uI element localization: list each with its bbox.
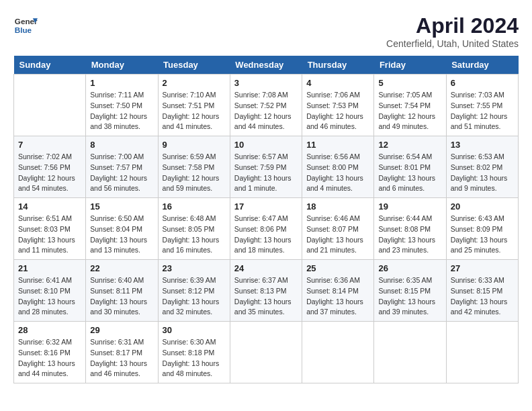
date-number: 28 (18, 325, 81, 335)
day-header-tuesday: Tuesday (158, 56, 230, 75)
cell-info: Sunrise: 6:51 AM Sunset: 8:03 PM Dayligh… (18, 214, 81, 256)
calendar-cell: 14Sunrise: 6:51 AM Sunset: 8:03 PM Dayli… (14, 198, 86, 260)
svg-text:General: General (15, 17, 38, 26)
calendar-cell: 10Sunrise: 6:57 AM Sunset: 7:59 PM Dayli… (230, 136, 302, 198)
cell-info: Sunrise: 6:54 AM Sunset: 8:01 PM Dayligh… (378, 152, 441, 194)
calendar-cell: 5Sunrise: 7:05 AM Sunset: 7:54 PM Daylig… (374, 75, 446, 136)
date-number: 26 (378, 263, 441, 273)
cell-info: Sunrise: 7:06 AM Sunset: 7:53 PM Dayligh… (306, 90, 369, 132)
cell-info: Sunrise: 7:02 AM Sunset: 7:56 PM Dayligh… (18, 152, 81, 194)
day-header-friday: Friday (374, 56, 446, 75)
calendar-cell (302, 322, 374, 383)
day-header-monday: Monday (86, 56, 158, 75)
cell-info: Sunrise: 6:48 AM Sunset: 8:05 PM Dayligh… (163, 214, 226, 256)
date-number: 11 (306, 140, 369, 150)
date-number: 1 (90, 78, 153, 88)
date-number: 10 (234, 140, 298, 150)
date-number: 7 (18, 140, 81, 150)
cell-info: Sunrise: 7:11 AM Sunset: 7:50 PM Dayligh… (90, 90, 153, 132)
day-header-sunday: Sunday (14, 56, 86, 75)
date-number: 8 (90, 140, 153, 150)
cell-info: Sunrise: 6:33 AM Sunset: 8:15 PM Dayligh… (451, 275, 514, 318)
calendar-cell: 6Sunrise: 7:03 AM Sunset: 7:55 PM Daylig… (446, 75, 518, 136)
calendar-cell: 28Sunrise: 6:32 AM Sunset: 8:16 PM Dayli… (14, 322, 86, 383)
calendar-cell: 12Sunrise: 6:54 AM Sunset: 8:01 PM Dayli… (374, 136, 446, 198)
cell-info: Sunrise: 7:00 AM Sunset: 7:57 PM Dayligh… (90, 152, 153, 194)
date-number: 22 (90, 263, 153, 273)
calendar-cell: 22Sunrise: 6:40 AM Sunset: 8:11 PM Dayli… (86, 260, 158, 322)
date-number: 4 (306, 78, 369, 88)
month-title: April 2024 (386, 13, 519, 38)
calendar-cell: 8Sunrise: 7:00 AM Sunset: 7:57 PM Daylig… (86, 136, 158, 198)
calendar-cell: 3Sunrise: 7:08 AM Sunset: 7:52 PM Daylig… (230, 75, 302, 136)
cell-info: Sunrise: 6:47 AM Sunset: 8:06 PM Dayligh… (234, 214, 298, 256)
calendar-cell: 30Sunrise: 6:30 AM Sunset: 8:18 PM Dayli… (158, 322, 230, 383)
cell-info: Sunrise: 6:44 AM Sunset: 8:08 PM Dayligh… (378, 214, 441, 256)
calendar-cell: 27Sunrise: 6:33 AM Sunset: 8:15 PM Dayli… (446, 260, 518, 322)
week-row-5: 28Sunrise: 6:32 AM Sunset: 8:16 PM Dayli… (14, 322, 519, 383)
page-header: General Blue April 2024 Centerfield, Uta… (13, 13, 519, 49)
calendar-cell: 1Sunrise: 7:11 AM Sunset: 7:50 PM Daylig… (86, 75, 158, 136)
calendar-cell: 21Sunrise: 6:41 AM Sunset: 8:10 PM Dayli… (14, 260, 86, 322)
calendar-cell: 11Sunrise: 6:56 AM Sunset: 8:00 PM Dayli… (302, 136, 374, 198)
date-number: 18 (306, 201, 369, 212)
cell-info: Sunrise: 6:39 AM Sunset: 8:12 PM Dayligh… (163, 275, 226, 318)
calendar-table: SundayMondayTuesdayWednesdayThursdayFrid… (13, 56, 519, 383)
cell-info: Sunrise: 7:10 AM Sunset: 7:51 PM Dayligh… (163, 90, 226, 132)
date-number: 3 (234, 78, 298, 88)
cell-info: Sunrise: 6:37 AM Sunset: 8:13 PM Dayligh… (234, 275, 298, 318)
cell-info: Sunrise: 6:43 AM Sunset: 8:09 PM Dayligh… (451, 214, 514, 256)
date-number: 24 (234, 263, 298, 273)
cell-info: Sunrise: 6:32 AM Sunset: 8:16 PM Dayligh… (18, 337, 81, 379)
date-number: 20 (451, 201, 514, 212)
calendar-cell: 15Sunrise: 6:50 AM Sunset: 8:04 PM Dayli… (86, 198, 158, 260)
cell-info: Sunrise: 6:57 AM Sunset: 7:59 PM Dayligh… (234, 152, 298, 194)
calendar-cell: 26Sunrise: 6:35 AM Sunset: 8:15 PM Dayli… (374, 260, 446, 322)
calendar-cell: 7Sunrise: 7:02 AM Sunset: 7:56 PM Daylig… (14, 136, 86, 198)
calendar-cell: 25Sunrise: 6:36 AM Sunset: 8:14 PM Dayli… (302, 260, 374, 322)
location: Centerfield, Utah, United States (386, 38, 519, 49)
day-header-saturday: Saturday (446, 56, 518, 75)
calendar-cell: 13Sunrise: 6:53 AM Sunset: 8:02 PM Dayli… (446, 136, 518, 198)
week-row-1: 1Sunrise: 7:11 AM Sunset: 7:50 PM Daylig… (14, 75, 519, 136)
date-number: 16 (163, 201, 226, 212)
cell-info: Sunrise: 6:36 AM Sunset: 8:14 PM Dayligh… (306, 275, 369, 318)
calendar-cell (446, 322, 518, 383)
calendar-cell: 16Sunrise: 6:48 AM Sunset: 8:05 PM Dayli… (158, 198, 230, 260)
calendar-cell: 20Sunrise: 6:43 AM Sunset: 8:09 PM Dayli… (446, 198, 518, 260)
date-number: 23 (163, 263, 226, 273)
calendar-cell: 18Sunrise: 6:46 AM Sunset: 8:07 PM Dayli… (302, 198, 374, 260)
calendar-cell: 19Sunrise: 6:44 AM Sunset: 8:08 PM Dayli… (374, 198, 446, 260)
cell-info: Sunrise: 6:30 AM Sunset: 8:18 PM Dayligh… (163, 337, 226, 379)
svg-text:Blue: Blue (15, 26, 32, 34)
title-area: April 2024 Centerfield, Utah, United Sta… (386, 13, 519, 49)
cell-info: Sunrise: 7:08 AM Sunset: 7:52 PM Dayligh… (234, 90, 298, 132)
date-number: 27 (451, 263, 514, 273)
calendar-cell (14, 75, 86, 136)
date-number: 21 (18, 263, 81, 273)
date-number: 15 (90, 201, 153, 212)
calendar-cell: 2Sunrise: 7:10 AM Sunset: 7:51 PM Daylig… (158, 75, 230, 136)
date-number: 12 (378, 140, 441, 150)
week-row-3: 14Sunrise: 6:51 AM Sunset: 8:03 PM Dayli… (14, 198, 519, 260)
cell-info: Sunrise: 6:40 AM Sunset: 8:11 PM Dayligh… (90, 275, 153, 318)
date-number: 5 (378, 78, 441, 88)
header-row: SundayMondayTuesdayWednesdayThursdayFrid… (14, 56, 519, 75)
date-number: 2 (163, 78, 226, 88)
date-number: 9 (163, 140, 226, 150)
date-number: 17 (234, 201, 298, 212)
week-row-4: 21Sunrise: 6:41 AM Sunset: 8:10 PM Dayli… (14, 260, 519, 322)
logo-icon: General Blue (13, 13, 38, 38)
date-number: 13 (451, 140, 514, 150)
date-number: 29 (90, 325, 153, 335)
cell-info: Sunrise: 6:56 AM Sunset: 8:00 PM Dayligh… (306, 152, 369, 194)
date-number: 14 (18, 201, 81, 212)
calendar-cell: 24Sunrise: 6:37 AM Sunset: 8:13 PM Dayli… (230, 260, 302, 322)
cell-info: Sunrise: 7:05 AM Sunset: 7:54 PM Dayligh… (378, 90, 441, 132)
calendar-cell: 17Sunrise: 6:47 AM Sunset: 8:06 PM Dayli… (230, 198, 302, 260)
logo: General Blue (13, 13, 38, 38)
day-header-wednesday: Wednesday (230, 56, 302, 75)
calendar-cell: 23Sunrise: 6:39 AM Sunset: 8:12 PM Dayli… (158, 260, 230, 322)
calendar-cell (374, 322, 446, 383)
calendar-cell: 9Sunrise: 6:59 AM Sunset: 7:58 PM Daylig… (158, 136, 230, 198)
